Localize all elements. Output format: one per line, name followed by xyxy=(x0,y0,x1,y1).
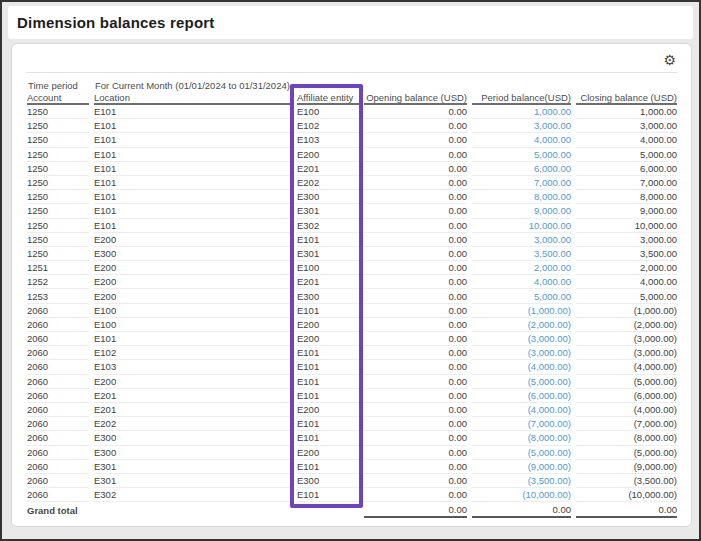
closing-balance-cell: (6,000.00) xyxy=(576,389,677,403)
opening-balance-cell: 0.00 xyxy=(364,431,467,445)
period-balance-link[interactable]: (1,000.00) xyxy=(472,304,571,318)
account-cell: 1250 xyxy=(27,219,89,233)
account-cell: 1250 xyxy=(27,176,89,190)
period-balance-link[interactable]: 7,000.00 xyxy=(472,176,571,190)
opening-balance-cell: 0.00 xyxy=(364,375,467,389)
column-header-account: Account xyxy=(27,92,89,105)
account-cell: 2060 xyxy=(27,389,89,403)
time-period-value: For Current Month (01/01/2024 to 01/31/2… xyxy=(94,78,677,92)
opening-balance-cell: 0.00 xyxy=(364,176,467,190)
grand-total-closing: 0.00 xyxy=(576,502,677,518)
period-balance-link[interactable]: 4,000.00 xyxy=(472,133,571,147)
period-balance-link[interactable]: 10,000.00 xyxy=(472,219,571,233)
affiliate-entity-cell: E300 xyxy=(297,474,359,488)
location-cell: E300 xyxy=(94,446,292,460)
period-balance-link[interactable]: (3,000.00) xyxy=(472,346,571,360)
table-row: 1250E101E2020.007,000.007,000.00 xyxy=(27,176,677,190)
location-cell: E101 xyxy=(94,119,292,133)
grand-total-opening: 0.00 xyxy=(364,502,467,518)
closing-balance-cell: 7,000.00 xyxy=(576,176,677,190)
period-balance-link[interactable]: (3,000.00) xyxy=(472,332,571,346)
period-balance-link[interactable]: (2,000.00) xyxy=(472,318,571,332)
opening-balance-cell: 0.00 xyxy=(364,233,467,247)
period-balance-link[interactable]: 9,000.00 xyxy=(472,204,571,218)
period-balance-link[interactable]: (5,000.00) xyxy=(472,446,571,460)
opening-balance-cell: 0.00 xyxy=(364,219,467,233)
opening-balance-cell: 0.00 xyxy=(364,417,467,431)
table-row: 1250E101E3020.0010,000.0010,000.00 xyxy=(27,219,677,233)
table-row: 1250E101E1000.001,000.001,000.00 xyxy=(27,105,677,119)
time-period-row: Time period For Current Month (01/01/202… xyxy=(27,78,677,92)
account-cell: 2060 xyxy=(27,474,89,488)
affiliate-entity-cell: E101 xyxy=(297,417,359,431)
affiliate-entity-cell: E101 xyxy=(297,360,359,374)
account-cell: 2060 xyxy=(27,417,89,431)
location-cell: E200 xyxy=(94,375,292,389)
account-cell: 2060 xyxy=(27,460,89,474)
period-balance-link[interactable]: 4,000.00 xyxy=(472,275,571,289)
period-balance-link[interactable]: 5,000.00 xyxy=(472,148,571,162)
opening-balance-cell: 0.00 xyxy=(364,474,467,488)
opening-balance-cell: 0.00 xyxy=(364,332,467,346)
period-balance-link[interactable]: 1,000.00 xyxy=(472,105,571,119)
period-balance-link[interactable]: (4,000.00) xyxy=(472,360,571,374)
affiliate-entity-cell: E101 xyxy=(297,233,359,247)
location-cell: E200 xyxy=(94,233,292,247)
table-row: 2060E301E1010.00(9,000.00)(9,000.00) xyxy=(27,460,677,474)
affiliate-entity-cell: E200 xyxy=(297,148,359,162)
affiliate-entity-cell: E301 xyxy=(297,204,359,218)
location-cell: E101 xyxy=(94,204,292,218)
opening-balance-cell: 0.00 xyxy=(364,119,467,133)
period-balance-link[interactable]: (9,000.00) xyxy=(472,460,571,474)
location-cell: E101 xyxy=(94,133,292,147)
period-balance-link[interactable]: 8,000.00 xyxy=(472,190,571,204)
location-cell: E100 xyxy=(94,318,292,332)
location-cell: E101 xyxy=(94,176,292,190)
period-balance-link[interactable]: 3,500.00 xyxy=(472,247,571,261)
period-balance-link[interactable]: (6,000.00) xyxy=(472,389,571,403)
location-cell: E101 xyxy=(94,105,292,119)
column-header-closing-balance-usd: Closing balance (USD) xyxy=(576,92,677,105)
settings-gear-icon[interactable]: ⚙ xyxy=(663,53,676,67)
opening-balance-cell: 0.00 xyxy=(364,204,467,218)
closing-balance-cell: (4,000.00) xyxy=(576,360,677,374)
opening-balance-cell: 0.00 xyxy=(364,318,467,332)
account-cell: 1250 xyxy=(27,105,89,119)
location-cell: E200 xyxy=(94,261,292,275)
period-balance-link[interactable]: (3,500.00) xyxy=(472,474,571,488)
table-row: 1250E101E1030.004,000.004,000.00 xyxy=(27,133,677,147)
period-balance-link[interactable]: (10,000.00) xyxy=(472,488,571,502)
table-row: 2060E300E1010.00(8,000.00)(8,000.00) xyxy=(27,431,677,445)
affiliate-entity-cell: E202 xyxy=(297,176,359,190)
table-row: 1250E101E2010.006,000.006,000.00 xyxy=(27,162,677,176)
period-balance-link[interactable]: 2,000.00 xyxy=(472,261,571,275)
column-header-location: Location xyxy=(94,92,292,105)
closing-balance-cell: 9,000.00 xyxy=(576,204,677,218)
closing-balance-cell: (10,000.00) xyxy=(576,488,677,502)
closing-balance-cell: 10,000.00 xyxy=(576,219,677,233)
opening-balance-cell: 0.00 xyxy=(364,190,467,204)
table-row: 2060E301E3000.00(3,500.00)(3,500.00) xyxy=(27,474,677,488)
location-cell: E102 xyxy=(94,346,292,360)
column-header-affiliate-entity: Affiliate entity xyxy=(297,92,359,105)
period-balance-link[interactable]: 3,000.00 xyxy=(472,119,571,133)
location-cell: E100 xyxy=(94,304,292,318)
period-balance-link[interactable]: (7,000.00) xyxy=(472,417,571,431)
closing-balance-cell: (2,000.00) xyxy=(576,318,677,332)
location-cell: E202 xyxy=(94,417,292,431)
period-balance-link[interactable]: 6,000.00 xyxy=(472,162,571,176)
table-row: 1253E200E3000.005,000.005,000.00 xyxy=(27,289,677,303)
location-cell: E101 xyxy=(94,162,292,176)
period-balance-link[interactable]: 5,000.00 xyxy=(472,289,571,303)
table-row: 2060E200E1010.00(5,000.00)(5,000.00) xyxy=(27,375,677,389)
affiliate-entity-cell: E100 xyxy=(297,261,359,275)
period-balance-link[interactable]: (8,000.00) xyxy=(472,431,571,445)
period-balance-link[interactable]: 3,000.00 xyxy=(472,233,571,247)
time-period-label: Time period xyxy=(27,78,89,92)
affiliate-entity-cell: E101 xyxy=(297,346,359,360)
table-row: 1252E200E2010.004,000.004,000.00 xyxy=(27,275,677,289)
period-balance-link[interactable]: (4,000.00) xyxy=(472,403,571,417)
table-row: 2060E102E1010.00(3,000.00)(3,000.00) xyxy=(27,346,677,360)
period-balance-link[interactable]: (5,000.00) xyxy=(472,375,571,389)
location-cell: E200 xyxy=(94,289,292,303)
